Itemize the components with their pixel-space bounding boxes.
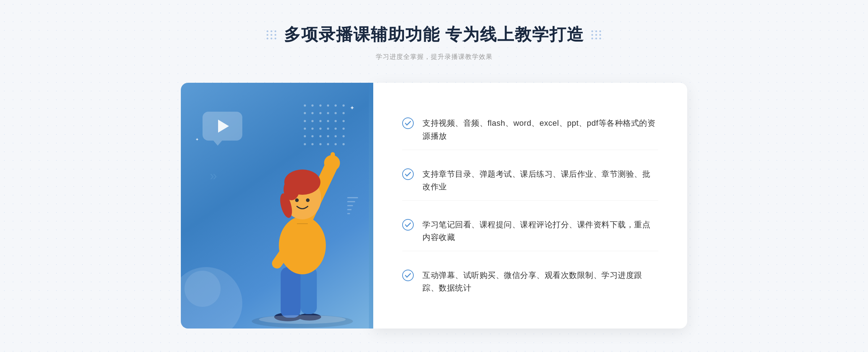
- feature-text-3: 学习笔记回看、课程提问、课程评论打分、课件资料下载，重点内容收藏: [422, 218, 658, 244]
- check-icon-3: [402, 219, 414, 231]
- svg-point-16: [306, 198, 310, 202]
- left-illustration-panel: ✦ ✦: [181, 83, 369, 329]
- svg-point-19: [403, 118, 413, 129]
- svg-point-21: [403, 219, 413, 230]
- svg-point-22: [403, 270, 413, 281]
- right-decoration: [591, 30, 601, 39]
- feature-text-4: 互动弹幕、试听购买、微信分享、观看次数限制、学习进度跟踪、数据统计: [422, 269, 658, 294]
- panel-connector-bar: [369, 83, 373, 329]
- svg-point-18: [259, 315, 346, 324]
- sparkle-2: ✦: [195, 137, 199, 142]
- feature-item-3: 学习笔记回看、课程提问、课程评论打分、课件资料下载，重点内容收藏: [402, 211, 658, 251]
- feature-text-1: 支持视频、音频、flash、word、excel、ppt、pdf等各种格式的资源…: [422, 117, 658, 142]
- check-icon-4: [402, 270, 414, 281]
- left-decoration: [267, 30, 277, 39]
- content-area: ✦ ✦: [181, 83, 687, 329]
- play-icon: [218, 120, 229, 133]
- deco-circle-medium: [184, 271, 221, 307]
- header-section: 多项录播课辅助功能 专为线上教学打造 学习进度全掌握，提升录播课教学效果: [267, 23, 602, 61]
- figure-illustration: [234, 119, 369, 329]
- title-row: 多项录播课辅助功能 专为线上教学打造: [267, 23, 602, 46]
- feature-item-2: 支持章节目录、弹题考试、课后练习、课后作业、章节测验、批改作业: [402, 160, 658, 201]
- feature-item-4: 互动弹幕、试听购买、微信分享、观看次数限制、学习进度跟踪、数据统计: [402, 262, 658, 301]
- feature-item-1: 支持视频、音频、flash、word、excel、ppt、pdf等各种格式的资源…: [402, 110, 658, 150]
- sparkle-1: ✦: [350, 104, 354, 111]
- page-container: 多项录播课辅助功能 专为线上教学打造 学习进度全掌握，提升录播课教学效果: [181, 2, 687, 350]
- feature-text-2: 支持章节目录、弹题考试、课后练习、课后作业、章节测验、批改作业: [422, 168, 658, 193]
- check-icon-2: [402, 168, 414, 180]
- subtitle: 学习进度全掌握，提升录播课教学效果: [376, 52, 493, 61]
- svg-point-20: [403, 169, 413, 180]
- svg-point-15: [295, 198, 299, 202]
- svg-rect-9: [331, 152, 335, 165]
- left-arrow-decoration: »: [210, 168, 217, 184]
- main-title: 多项录播课辅助功能 专为线上教学打造: [284, 23, 584, 46]
- check-icon-1: [402, 117, 414, 129]
- right-features-panel: 支持视频、音频、flash、word、excel、ppt、pdf等各种格式的资源…: [373, 83, 687, 329]
- svg-rect-3: [281, 267, 301, 318]
- bubble-tail: [213, 141, 222, 146]
